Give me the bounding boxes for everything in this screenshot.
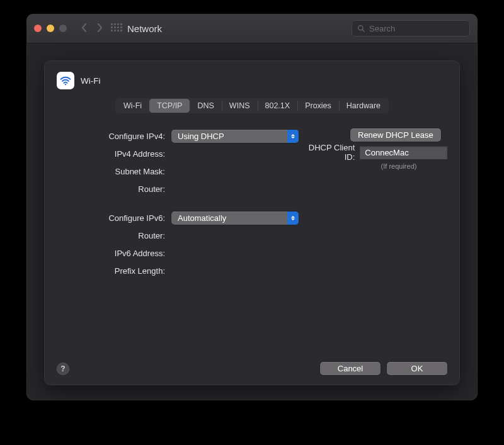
configure-ipv6-popup[interactable]: Automatically	[171, 211, 299, 225]
tab-wins[interactable]: WINS	[222, 99, 258, 113]
settings-tabs: Wi-Fi TCP/IP DNS WINS 802.1X Proxies Har…	[115, 98, 389, 113]
tcpip-form: Configure IPv4: Using DHCP IPv4 Address:…	[57, 126, 447, 356]
tab-hardware[interactable]: Hardware	[339, 99, 388, 113]
configure-ipv6-value: Automatically	[178, 213, 226, 223]
search-icon	[357, 25, 365, 33]
configure-ipv4-label: Configure IPv4:	[57, 132, 171, 141]
tab-8021x[interactable]: 802.1X	[258, 99, 298, 113]
configure-ipv4-value: Using DHCP	[178, 132, 224, 141]
zoom-window-button[interactable]	[59, 25, 67, 32]
wifi-icon	[57, 72, 74, 89]
svg-line-1	[362, 30, 364, 31]
configure-ipv4-popup[interactable]: Using DHCP	[171, 130, 299, 143]
ok-button[interactable]: OK	[387, 362, 447, 375]
show-all-icon[interactable]	[111, 23, 121, 33]
svg-point-2	[65, 84, 66, 85]
sheet-title: Wi-Fi	[81, 76, 100, 86]
subnet-mask-label: Subnet Mask:	[57, 167, 171, 176]
router-v6-label: Router:	[57, 231, 171, 240]
ipv4-address-label: IPv4 Address:	[57, 149, 171, 159]
minimize-window-button[interactable]	[47, 25, 54, 32]
network-preferences-window: Network Search Wi-Fi Wi-Fi TCP/IP DNS WI…	[26, 14, 478, 400]
sheet-header: Wi-Fi	[57, 72, 447, 89]
close-window-button[interactable]	[34, 25, 42, 32]
chevron-updown-icon	[287, 130, 299, 143]
help-button[interactable]: ?	[57, 363, 69, 375]
forward-button[interactable]	[92, 23, 107, 35]
tab-dns[interactable]: DNS	[190, 99, 221, 113]
titlebar: Network Search	[26, 14, 478, 43]
dhcp-client-id-hint: (If required)	[350, 162, 447, 170]
renew-dhcp-lease-button[interactable]: Renew DHCP Lease	[350, 128, 441, 142]
dhcp-client-id-input[interactable]: ConnecMac	[360, 146, 447, 159]
prefix-length-label: Prefix Length:	[57, 266, 171, 276]
ipv6-address-label: IPv6 Address:	[57, 249, 171, 258]
window-title: Network	[127, 23, 162, 34]
configure-ipv6-label: Configure IPv6:	[57, 213, 171, 223]
search-placeholder: Search	[369, 24, 395, 33]
dhcp-side-panel: Renew DHCP Lease DHCP Client ID: ConnecM…	[302, 126, 447, 170]
dhcp-client-id-label: DHCP Client ID:	[302, 143, 360, 162]
tab-proxies[interactable]: Proxies	[297, 99, 339, 113]
search-field[interactable]: Search	[352, 20, 470, 37]
router-v4-label: Router:	[57, 184, 171, 194]
traffic-lights	[34, 25, 67, 32]
chevron-updown-icon	[287, 211, 299, 225]
advanced-settings-sheet: Wi-Fi Wi-Fi TCP/IP DNS WINS 802.1X Proxi…	[44, 60, 460, 385]
back-button[interactable]	[77, 23, 92, 35]
tab-tcpip[interactable]: TCP/IP	[149, 99, 190, 113]
sheet-footer: ? Cancel OK	[57, 356, 447, 375]
tab-wifi[interactable]: Wi-Fi	[116, 99, 149, 113]
cancel-button[interactable]: Cancel	[320, 362, 381, 375]
